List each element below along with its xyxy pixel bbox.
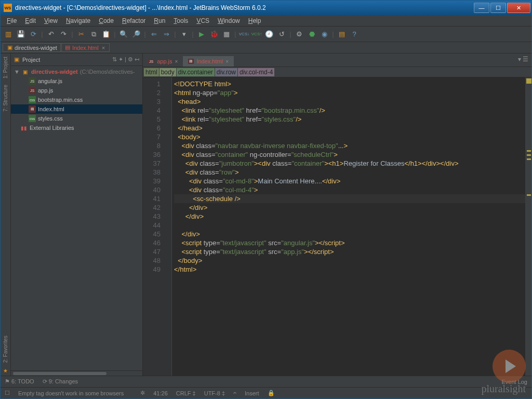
window-title: directives-widget - [C:\Demos\directives…	[15, 4, 473, 11]
editor-tab[interactable]: JSapp.js×	[143, 56, 183, 66]
breadcrumb-item[interactable]: div.container	[177, 68, 215, 76]
status-bar: ☐ Empty tag doesn't work in some browser…	[1, 387, 531, 398]
forward-icon[interactable]: ⇒	[161, 29, 172, 40]
bottom-tool-strip: ⚑ 6: TODO ⟳ 9: Changes Event Log	[1, 376, 531, 387]
menu-code[interactable]: Code	[95, 16, 118, 25]
help-icon[interactable]: ?	[349, 29, 360, 40]
settings-icon[interactable]: ⚙	[294, 29, 305, 40]
titlebar: WS directives-widget - [C:\Demos\directi…	[1, 1, 531, 15]
breadcrumb-item[interactable]: div.col-md-4	[238, 68, 274, 76]
error-stripe[interactable]	[525, 77, 531, 376]
lock-icon[interactable]: 🔒	[268, 390, 275, 396]
menu-run[interactable]: Run	[150, 16, 169, 25]
redo-icon[interactable]: ↷	[58, 29, 69, 40]
menu-refactor[interactable]: Refactor	[118, 16, 150, 25]
tasks-icon[interactable]: ▤	[336, 29, 348, 40]
project-pane: ▣ Project ⇅ ✦ | ⚙ ↤ ▼ ▣ directives-widge…	[11, 54, 143, 376]
menubar: FileEditViewNavigateCodeRefactorRunTools…	[1, 15, 531, 26]
event-log-tab[interactable]: Event Log	[501, 379, 527, 385]
coverage-icon[interactable]: ▦	[221, 29, 232, 40]
debug-icon[interactable]: 🐞	[208, 29, 220, 40]
save-icon[interactable]: 💾	[15, 29, 26, 40]
line-gutter: 123456783637383940414243444546474849	[143, 77, 165, 376]
tabs-menu-icon[interactable]: ▾ ☰	[518, 56, 528, 63]
close-button[interactable]: ✕	[507, 3, 530, 13]
menu-window[interactable]: Window	[214, 16, 244, 25]
menu-view[interactable]: View	[40, 16, 62, 25]
cut-icon[interactable]: ✂	[75, 29, 87, 40]
replace-icon[interactable]: 🔎	[130, 29, 142, 40]
breadcrumb-item[interactable]: html	[144, 68, 159, 76]
vcs-update-icon[interactable]: VCS↓	[238, 29, 250, 40]
find-icon[interactable]: 🔍	[118, 29, 129, 40]
vcs-revert-icon[interactable]: ↺	[276, 29, 287, 40]
status-encoding[interactable]: UTF-8 ‡	[204, 390, 225, 396]
structure-icon[interactable]: ◉	[318, 29, 330, 40]
copy-icon[interactable]: ⧉	[88, 29, 99, 40]
back-icon[interactable]: ⇐	[148, 29, 159, 40]
editor-area: ▾ ☰ JSapp.js×▤Index.html× htmlbodydiv.co…	[143, 54, 531, 376]
menu-tools[interactable]: Tools	[169, 16, 192, 25]
toolbar: ▥ 💾 ⟳ | ↶ ↷ | ✂ ⧉ 📋 | 🔍 🔎 | ⇐ ⇒ | ▾ | ▶ …	[1, 26, 531, 42]
code-content[interactable]: <!DOCTYPE html><html ng-app="app"> <head…	[172, 77, 525, 376]
menu-vcs[interactable]: VCS	[192, 16, 214, 25]
tree-file[interactable]: ▤Index.html	[11, 104, 142, 114]
editor-tab[interactable]: ▤Index.html×	[183, 56, 234, 66]
refresh-icon[interactable]: ⟳	[28, 29, 39, 40]
changes-tab[interactable]: ⟳ 9: Changes	[43, 378, 78, 385]
code-editor[interactable]: 123456783637383940414243444546474849 <!D…	[143, 77, 531, 376]
project-hscroll[interactable]	[11, 370, 142, 376]
tree-file[interactable]: JSangular.js	[11, 76, 142, 86]
side-tab-structure[interactable]: 7: Structure	[2, 82, 9, 115]
nav-breadcrumb: ▣directives-widget ▤Index.html×	[1, 42, 531, 54]
menu-file[interactable]: File	[3, 16, 21, 25]
paste-icon[interactable]: 📋	[100, 29, 112, 40]
crumb-project[interactable]: ▣directives-widget	[3, 43, 62, 52]
status-position: 41:26	[153, 390, 168, 396]
tree-root[interactable]: ▼ ▣ directives-widget (C:\Demos\directiv…	[11, 67, 142, 76]
plugin-icon[interactable]: ⬣	[306, 29, 317, 40]
run-icon[interactable]: ▶	[196, 29, 207, 40]
breadcrumb-item[interactable]: div.row	[215, 68, 237, 76]
maximize-button[interactable]: ☐	[490, 3, 506, 13]
vcs-commit-icon[interactable]: VCS↑	[251, 29, 262, 40]
side-tab-project[interactable]: 1: Project	[2, 54, 9, 82]
menu-navigate[interactable]: Navigate	[62, 16, 95, 25]
menu-help[interactable]: Help	[244, 16, 265, 25]
minimize-button[interactable]: —	[474, 3, 489, 13]
project-tree[interactable]: ▼ ▣ directives-widget (C:\Demos\directiv…	[11, 66, 142, 370]
tree-file[interactable]: cssbootstrap.min.css	[11, 95, 142, 104]
status-hint: Empty tag doesn't work in some browsers	[18, 390, 124, 396]
editor-tabs: ▾ ☰ JSapp.js×▤Index.html×	[143, 54, 531, 67]
fold-gutter[interactable]	[165, 77, 172, 376]
status-insert: Insert	[245, 390, 259, 396]
tree-file[interactable]: JSapp.js	[11, 86, 142, 95]
left-tool-strip: 1: Project 7: Structure 2: Favorites ★	[1, 54, 11, 376]
tree-external[interactable]: ▮▮ External Libraries	[11, 123, 142, 132]
crumb-file[interactable]: ▤Index.html×	[60, 43, 110, 52]
menu-edit[interactable]: Edit	[21, 16, 40, 25]
status-lineend[interactable]: CRLF ‡	[176, 390, 196, 396]
project-pane-header: ▣ Project ⇅ ✦ | ⚙ ↤	[11, 54, 142, 66]
todo-tab[interactable]: ⚑ 6: TODO	[5, 378, 34, 385]
code-breadcrumb: htmlbodydiv.containerdiv.rowdiv.col-md-4	[143, 67, 531, 77]
vcs-history-icon[interactable]: 🕘	[263, 29, 275, 40]
build-icon[interactable]: ▾	[178, 29, 190, 40]
undo-icon[interactable]: ↶	[45, 29, 57, 40]
open-icon[interactable]: ▥	[3, 29, 14, 40]
tree-file[interactable]: cssstyles.css	[11, 114, 142, 123]
breadcrumb-item[interactable]: body	[159, 68, 176, 76]
app-icon: WS	[4, 4, 12, 12]
project-pane-title: Project	[22, 57, 40, 63]
side-tab-favorites[interactable]: 2: Favorites	[2, 332, 9, 366]
